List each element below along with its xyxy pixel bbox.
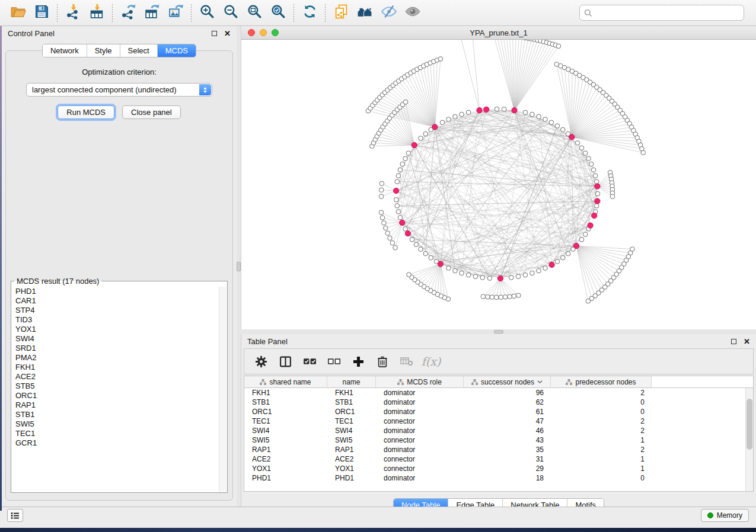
mcds-result-item[interactable]: STB1 <box>12 410 219 419</box>
table-cell[interactable]: RAP1 <box>244 445 327 454</box>
tab-style[interactable]: Style <box>87 44 120 57</box>
export-image-button[interactable] <box>164 2 187 24</box>
zoom-in-button[interactable] <box>195 2 219 24</box>
table-cell[interactable]: 43 <box>464 435 551 445</box>
table-scrollbar-thumb[interactable] <box>747 399 752 450</box>
vertical-split-divider[interactable] <box>237 26 241 507</box>
mcds-result-item[interactable]: STP4 <box>12 306 219 315</box>
table-cell[interactable]: 0 <box>551 407 652 416</box>
table-row[interactable]: STB1STB1dominator620 <box>244 398 745 407</box>
add-column-button[interactable] <box>351 354 365 368</box>
table-cell[interactable]: PHD1 <box>244 473 327 483</box>
close-window-button[interactable] <box>248 29 255 36</box>
network-graph[interactable] <box>241 40 756 329</box>
share-document-button[interactable] <box>329 2 353 24</box>
table-scrollbar[interactable] <box>745 388 753 491</box>
select-all-button[interactable] <box>302 354 317 368</box>
column-header[interactable]: predecessor nodes <box>551 376 652 387</box>
table-cell[interactable]: dominator <box>376 388 464 398</box>
zoom-out-button[interactable] <box>219 2 243 24</box>
save-session-button[interactable] <box>30 2 53 24</box>
table-cell[interactable]: 61 <box>464 407 551 416</box>
table-row[interactable]: PHD1PHD1dominator180 <box>244 473 745 483</box>
mcds-result-item[interactable]: GCR1 <box>12 438 219 448</box>
deselect-all-button[interactable] <box>327 354 341 368</box>
mcds-result-item[interactable]: TID3 <box>12 315 219 325</box>
mcds-result-item[interactable]: SWI4 <box>12 334 219 344</box>
table-row[interactable]: YOX1YOX1connector291 <box>244 464 745 473</box>
table-cell[interactable]: SWI4 <box>327 426 376 435</box>
table-cell[interactable]: YOX1 <box>327 464 376 473</box>
divider-grip[interactable] <box>494 330 503 334</box>
table-cell[interactable]: 96 <box>464 388 551 398</box>
table-cell[interactable]: STB1 <box>244 398 327 407</box>
table-cell[interactable]: 62 <box>464 398 551 407</box>
table-cell[interactable]: 2 <box>551 388 652 398</box>
table-cell[interactable]: 35 <box>464 445 551 454</box>
mcds-result-item[interactable]: TEC1 <box>12 429 219 438</box>
table-row[interactable]: SWI5SWI5connector431 <box>244 435 745 445</box>
criterion-select[interactable]: largest connected component (undirected) <box>26 83 212 97</box>
column-header[interactable]: MCDS role <box>376 376 464 387</box>
run-mcds-button[interactable]: Run MCDS <box>58 105 114 119</box>
table-cell[interactable]: 31 <box>464 454 551 464</box>
table-cell[interactable]: YOX1 <box>244 464 327 473</box>
table-cell[interactable]: connector <box>376 435 464 445</box>
mcds-result-item[interactable]: SRD1 <box>12 344 219 353</box>
table-cell[interactable]: ORC1 <box>327 407 376 416</box>
show-columns-button[interactable] <box>278 354 292 368</box>
table-cell[interactable]: 0 <box>551 473 652 483</box>
export-network-button[interactable] <box>116 2 140 24</box>
table-cell[interactable]: STB1 <box>327 398 376 407</box>
table-cell[interactable]: 18 <box>464 473 551 483</box>
table-cell[interactable]: dominator <box>376 426 464 435</box>
table-cell[interactable]: connector <box>376 464 464 473</box>
tab-network[interactable]: Network <box>43 44 87 57</box>
mcds-result-item[interactable]: ACE2 <box>12 372 219 382</box>
task-history-button[interactable] <box>7 509 23 522</box>
table-cell[interactable]: 2 <box>551 416 652 426</box>
import-table-button[interactable] <box>85 2 109 24</box>
zoom-selected-button[interactable] <box>266 2 290 24</box>
table-cell[interactable]: 47 <box>464 416 551 426</box>
mcds-result-item[interactable]: PHD1 <box>12 287 219 296</box>
mcds-result-item[interactable]: CAR1 <box>12 296 219 306</box>
table-cell[interactable]: 2 <box>551 445 652 454</box>
divider-grip[interactable] <box>237 262 241 271</box>
table-row[interactable]: ORC1ORC1dominator610 <box>244 407 745 416</box>
show-all-button[interactable] <box>400 2 424 24</box>
table-cell[interactable]: SWI5 <box>327 435 376 445</box>
refresh-view-button[interactable] <box>298 2 321 24</box>
column-header[interactable]: shared name <box>244 376 327 387</box>
home-button[interactable] <box>353 2 377 24</box>
table-row[interactable]: FKH1FKH1dominator962 <box>244 388 745 398</box>
apply-function-button[interactable]: f(x) <box>424 354 438 368</box>
table-row[interactable]: SWI4SWI4dominator462 <box>244 426 745 435</box>
table-cell[interactable]: connector <box>376 416 464 426</box>
table-cell[interactable]: dominator <box>376 445 464 454</box>
mcds-result-item[interactable]: RAP1 <box>12 400 219 410</box>
mcds-list-scrollbar[interactable] <box>219 287 227 492</box>
table-cell[interactable]: 1 <box>551 454 652 464</box>
zoom-fit-button[interactable] <box>243 2 266 24</box>
float-table-panel-button[interactable] <box>731 339 736 344</box>
tab-mcds[interactable]: MCDS <box>157 44 196 57</box>
table-cell[interactable]: dominator <box>376 407 464 416</box>
float-panel-button[interactable] <box>212 31 217 36</box>
mcds-result-item[interactable]: STB5 <box>12 382 219 391</box>
table-cell[interactable]: 0 <box>551 398 652 407</box>
table-cell[interactable]: 2 <box>551 426 652 435</box>
table-cell[interactable]: SWI4 <box>244 426 327 435</box>
table-row[interactable]: ACE2ACE2connector311 <box>244 454 745 464</box>
column-header[interactable]: name <box>327 376 376 387</box>
memory-button[interactable]: Memory <box>701 509 749 522</box>
table-cell[interactable]: RAP1 <box>327 445 376 454</box>
tab-select[interactable]: Select <box>120 44 157 57</box>
minimize-window-button[interactable] <box>260 29 267 36</box>
table-cell[interactable]: ACE2 <box>244 454 327 464</box>
table-cell[interactable]: dominator <box>376 473 464 483</box>
table-row[interactable]: RAP1RAP1dominator352 <box>244 445 745 454</box>
table-cell[interactable]: FKH1 <box>327 388 376 398</box>
maximize-window-button[interactable] <box>272 29 279 36</box>
table-cell[interactable]: TEC1 <box>327 416 376 426</box>
